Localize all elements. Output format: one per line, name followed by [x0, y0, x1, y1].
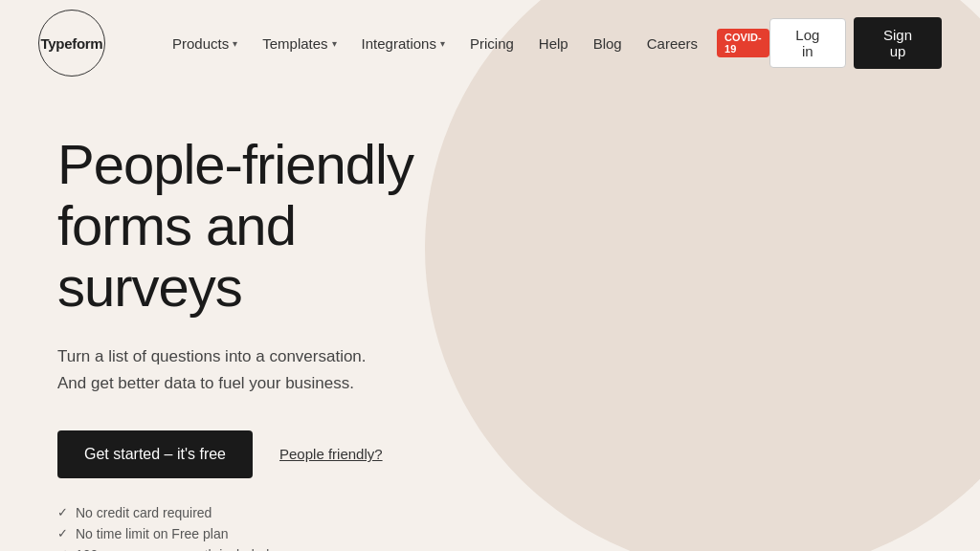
feature-item-3: ✓ 100 responses a month included: [57, 547, 479, 551]
nav-blog[interactable]: Blog: [584, 30, 632, 57]
chevron-down-icon: ▾: [440, 38, 445, 49]
nav-templates[interactable]: Templates ▾: [253, 30, 345, 57]
checkmark-icon: ✓: [57, 547, 68, 551]
navbar: Typeform Products ▾ Templates ▾ Integrat…: [0, 0, 980, 86]
hero-subtitle: Turn a list of questions into a conversa…: [57, 343, 479, 395]
nav-links: Products ▾ Templates ▾ Integrations ▾ Pr…: [163, 29, 769, 57]
nav-careers[interactable]: Careers: [637, 30, 707, 57]
hero-title: People-friendly forms and surveys: [57, 134, 479, 317]
checkmark-icon: ✓: [57, 505, 68, 519]
get-started-button[interactable]: Get started – it's free: [57, 430, 253, 478]
hero-features: ✓ No credit card required ✓ No time limi…: [57, 505, 479, 551]
nav-integrations[interactable]: Integrations ▾: [352, 30, 455, 57]
feature-item-2: ✓ No time limit on Free plan: [57, 526, 479, 541]
chevron-down-icon: ▾: [332, 38, 337, 49]
nav-help[interactable]: Help: [529, 30, 578, 57]
login-button[interactable]: Log in: [769, 18, 847, 68]
nav-actions: Log in Sign up: [769, 17, 942, 69]
hero-cta: Get started – it's free People friendly?: [57, 430, 479, 478]
logo-text: Typeform: [41, 35, 103, 52]
feature-item-1: ✓ No credit card required: [57, 505, 479, 520]
signup-button[interactable]: Sign up: [854, 17, 942, 69]
logo[interactable]: Typeform: [38, 10, 105, 77]
covid-badge[interactable]: COVID-19: [717, 29, 769, 57]
hero-section: People-friendly forms and surveys Turn a…: [0, 86, 536, 551]
people-friendly-link[interactable]: People friendly?: [279, 446, 383, 462]
nav-products[interactable]: Products ▾: [163, 30, 247, 57]
nav-pricing[interactable]: Pricing: [460, 30, 523, 57]
checkmark-icon: ✓: [57, 526, 68, 540]
chevron-down-icon: ▾: [233, 38, 237, 49]
